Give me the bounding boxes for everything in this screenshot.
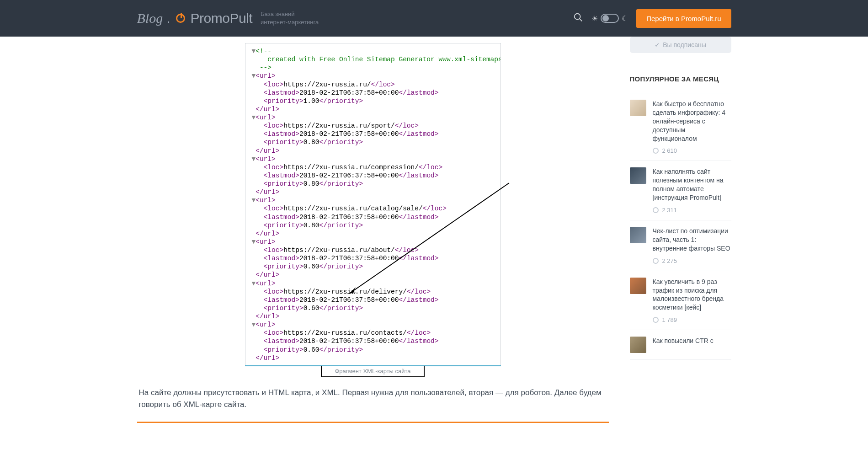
tagline-line1: База знаний xyxy=(261,10,319,18)
subscribe-status[interactable]: ✓Вы подписаны xyxy=(630,37,731,53)
logo-brand-text: PromoPult xyxy=(191,11,253,26)
popular-title: Как повысили CTR с xyxy=(653,337,731,345)
popular-meta: 2 610 xyxy=(653,147,731,154)
comments-icon xyxy=(653,207,659,213)
popular-views: 2 275 xyxy=(662,257,677,264)
popular-views: 1 789 xyxy=(662,316,677,323)
popular-item[interactable]: Как наполнять сайт полезным контентом на… xyxy=(630,161,731,220)
popular-item[interactable]: Как повысили CTR с xyxy=(630,330,731,360)
section-divider xyxy=(137,422,609,423)
popular-thumb xyxy=(630,227,646,243)
comments-icon xyxy=(653,317,659,323)
popular-title: Как быстро и бесплатно сделать инфографи… xyxy=(653,100,731,143)
svg-line-1 xyxy=(580,18,582,21)
sidebar-popular-title: ПОПУЛЯРНОЕ ЗА МЕСЯЦ xyxy=(630,75,731,83)
sitemap-xml-snippet: ▼<!-- created with Free Online Sitemap G… xyxy=(245,43,501,366)
image-caption: Фрагмент XML-карты сайта xyxy=(321,366,424,377)
popular-title: Как увеличить в 9 раз трафик из поиска д… xyxy=(653,278,731,312)
cta-button[interactable]: Перейти в PromoPult.ru xyxy=(636,9,731,28)
popular-item[interactable]: Как увеличить в 9 раз трафик из поиска д… xyxy=(630,271,731,330)
svg-point-0 xyxy=(575,13,580,19)
popular-title: Как наполнять сайт полезным контентом на… xyxy=(653,167,731,202)
logo-o-icon xyxy=(176,14,185,23)
logo-blog-text: Blog xyxy=(137,11,163,26)
popular-title: Чек-лист по оптимизации сайта, часть 1: … xyxy=(653,227,731,253)
tagline: База знаний интернет-маркетинга xyxy=(261,10,319,26)
theme-switcher[interactable]: ☀ ☾ xyxy=(591,14,628,23)
site-header: Blog. PromoPult База знаний интернет-мар… xyxy=(0,0,868,37)
popular-thumb xyxy=(630,100,646,116)
popular-meta: 1 789 xyxy=(653,316,731,323)
comments-icon xyxy=(653,148,659,154)
tagline-line2: интернет-маркетинга xyxy=(261,18,319,27)
popular-item[interactable]: Чек-лист по оптимизации сайта, часть 1: … xyxy=(630,220,731,271)
popular-thumb xyxy=(630,337,646,353)
sun-icon: ☀ xyxy=(591,14,598,23)
article-main: ▼<!-- created with Free Online Sitemap G… xyxy=(137,37,609,423)
moon-icon: ☾ xyxy=(622,14,628,23)
article-paragraph: На сайте должны присутствовать и HTML ка… xyxy=(137,387,609,411)
popular-meta: 2 275 xyxy=(653,257,731,264)
popular-thumb xyxy=(630,278,646,294)
check-icon: ✓ xyxy=(655,41,660,48)
popular-views: 2 610 xyxy=(662,147,677,154)
subscribe-label: Вы подписаны xyxy=(663,41,706,48)
theme-toggle[interactable] xyxy=(601,14,619,23)
popular-meta: 2 311 xyxy=(653,207,731,214)
popular-item[interactable]: Как быстро и бесплатно сделать инфографи… xyxy=(630,93,731,161)
sidebar: ✓Вы подписаны ПОПУЛЯРНОЕ ЗА МЕСЯЦ Как бы… xyxy=(630,37,731,423)
popular-views: 2 311 xyxy=(662,207,677,214)
site-logo[interactable]: Blog. PromoPult xyxy=(137,11,253,26)
popular-thumb xyxy=(630,167,646,184)
comments-icon xyxy=(653,258,659,264)
search-icon[interactable] xyxy=(573,12,583,25)
